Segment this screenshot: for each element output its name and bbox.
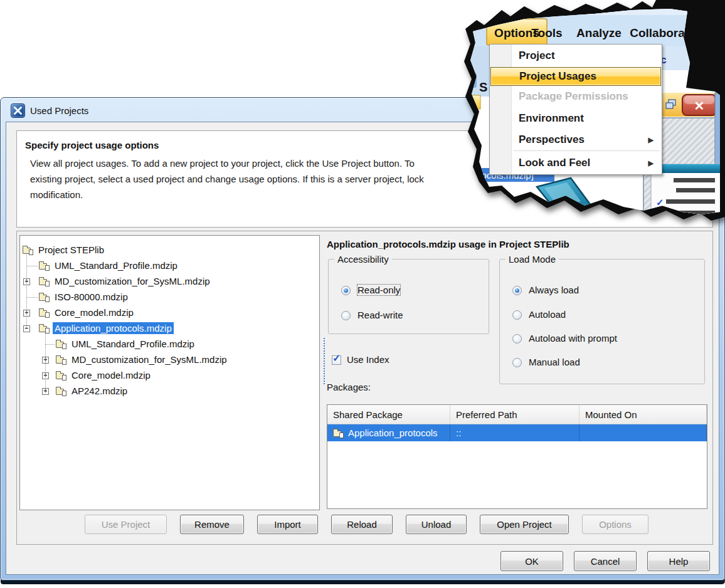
tree-expander-collapsed[interactable]: + (23, 278, 30, 285)
close-icon[interactable]: ✕ (694, 99, 705, 113)
tree-row: +MD_customization_for_SysML.mdzip (20, 352, 319, 368)
panel-focus-dots (324, 338, 325, 384)
window-title: Used Projects (30, 105, 88, 116)
used-projects-tree: Project STEPlibUML_Standard_Profile.mdzi… (20, 236, 319, 399)
package-icon (39, 276, 50, 286)
tree-item-application-protocols-mdzip[interactable]: Application_protocols.mdzip (53, 322, 174, 334)
radio-manual-load[interactable] (512, 358, 522, 367)
radio-autoload[interactable] (512, 310, 522, 320)
submenu-arrow-icon: ▶ (648, 136, 654, 144)
menu-item-perspectives[interactable]: Perspectives▶ (490, 130, 661, 149)
package-icon (56, 386, 67, 396)
menu-separator (514, 150, 660, 151)
menubar-item-collaborate[interactable]: Collabora (630, 26, 685, 39)
package-icon (333, 428, 344, 438)
menu-item-environment[interactable]: Environment (490, 109, 661, 128)
splash-text-line (676, 188, 715, 192)
load-mode-group-label: Load Mode (505, 254, 559, 265)
menu-item-project[interactable]: Project (490, 46, 661, 65)
ok-button[interactable]: OK (500, 551, 563, 571)
packages-label: Packages: (327, 382, 371, 392)
tree-item-project-steplib[interactable]: Project STEPlib (36, 244, 106, 256)
package-icon (56, 355, 67, 365)
main-content-panel: Project STEPlibUML_Standard_Profile.mdzi… (16, 231, 713, 545)
cancel-button[interactable]: Cancel (574, 551, 637, 571)
open-project-button[interactable]: Open Project (480, 515, 569, 534)
icon-dot (467, 76, 470, 80)
tree-item-uml-standard-profile-mdzip[interactable]: UML_Standard_Profile.mdzip (70, 338, 196, 350)
radio-label-manual-load[interactable]: Manual load (529, 357, 580, 367)
tree-item-core-model-mdzip[interactable]: Core_model.mdzip (53, 307, 135, 318)
unload-button[interactable]: Unload (406, 515, 467, 534)
use-project-button: Use Project (85, 515, 167, 534)
tree-row: +AP242.mdzip (20, 384, 319, 399)
package-icon (23, 245, 34, 255)
menu-item-look-and-feel[interactable]: Look and Feel▶ (490, 154, 661, 172)
package-icon (56, 339, 67, 349)
radio-label-read-write[interactable]: Read-write (357, 310, 403, 320)
tree-row: +Core_model.mdzip (20, 305, 319, 321)
use-index-checkbox[interactable]: ✓ (332, 355, 341, 365)
usage-section-title: Application_protocols.mdzip usage in Pro… (327, 239, 569, 249)
tree-item-uml-standard-profile-mdzip[interactable]: UML_Standard_Profile.mdzip (53, 260, 179, 271)
tree-item-core-model-mdzip[interactable]: Core_model.mdzip (70, 369, 152, 381)
splash-text-line (674, 178, 715, 182)
remove-button[interactable]: Remove (180, 515, 244, 534)
column-header-preferred-path[interactable]: Preferred Path (450, 405, 579, 424)
tree-row: UML_Standard_Profile.mdzip (20, 258, 319, 274)
tree-row: −Application_protocols.mdzip (20, 321, 319, 337)
load-mode-groupbox: Load Mode Always loadAutoloadAutoload wi… (499, 259, 705, 384)
tree-row: Project STEPlib (20, 243, 319, 258)
tree-expander-collapsed[interactable]: + (42, 357, 49, 364)
menu-item-label: Environment (519, 112, 584, 125)
cell-preferred_path: :: (450, 424, 579, 441)
cell-mounted_on (579, 424, 707, 441)
package-icon (39, 308, 50, 318)
radio-read-only[interactable] (341, 286, 351, 295)
menu-item-project-usages[interactable]: Project Usages (490, 67, 661, 86)
menu-item-label: Project (519, 50, 555, 62)
packages-table-body: Application_protocols:: (327, 424, 707, 441)
radio-label-always-load[interactable]: Always load (529, 285, 579, 295)
help-button[interactable]: Help (647, 551, 710, 571)
reload-button[interactable]: Reload (331, 515, 393, 534)
menubar-item-tools[interactable]: Tools (531, 26, 562, 39)
used-projects-tree-panel: Project STEPlibUML_Standard_Profile.mdzi… (19, 235, 320, 510)
radio-label-autoload[interactable]: Autoload (529, 309, 566, 320)
screenshot-stage: Used Projects Specify project usage opti… (0, 0, 725, 588)
tree-expander-collapsed[interactable]: + (42, 388, 49, 395)
column-header-shared-package[interactable]: Shared Package (327, 405, 450, 424)
tree-expander-expanded[interactable]: − (23, 325, 30, 332)
radio-always-load[interactable] (512, 286, 522, 295)
cell-shared_package: Application_protocols (327, 424, 450, 441)
package-icon (39, 323, 50, 333)
accessibility-group-label: Accessibility (334, 254, 392, 265)
tree-item-md-customization-for-sysml-mdzip[interactable]: MD_customization_for_SysML.mdzip (53, 275, 212, 287)
tree-row: +MD_customization_for_SysML.mdzip (20, 274, 319, 290)
radio-read-write[interactable] (341, 311, 351, 320)
cell-text: Application_protocols (348, 428, 438, 438)
tree-expander-collapsed[interactable]: + (23, 310, 30, 317)
column-header-mounted-on[interactable]: Mounted On (579, 405, 707, 424)
import-button[interactable]: Import (257, 515, 318, 534)
radio-autoload-with-prompt[interactable] (512, 334, 522, 344)
menu-item-label: Perspectives (519, 134, 585, 146)
tree-item-md-customization-for-sysml-mdzip[interactable]: MD_customization_for_SysML.mdzip (70, 354, 229, 365)
restore-icon[interactable] (666, 103, 673, 108)
tree-item-iso-80000-mdzip[interactable]: ISO-80000.mdzip (53, 291, 130, 303)
icon-dot (467, 82, 470, 85)
magicdraw-app-icon (11, 103, 25, 118)
tree-row: ISO-80000.mdzip (20, 290, 319, 305)
submenu-arrow-icon: ▶ (648, 159, 654, 167)
tree-expander-collapsed[interactable]: + (42, 372, 49, 379)
tree-item-ap242-mdzip[interactable]: AP242.mdzip (70, 385, 129, 397)
menubar-item-analyze[interactable]: Analyze (576, 26, 622, 39)
radio-label-autoload-with-prompt[interactable]: Autoload with prompt (529, 333, 617, 344)
radio-label-read-only[interactable]: Read-only (357, 285, 400, 295)
packages-table-header: Shared PackagePreferred PathMounted On (327, 405, 707, 424)
use-index-label: Use Index (347, 354, 389, 365)
menu-item-label: Project Usages (519, 70, 596, 83)
dialog-buttons: OKCancelHelp (6, 551, 719, 571)
tree-row: +Core_model.mdzip (20, 368, 319, 384)
table-row[interactable]: Application_protocols:: (327, 424, 707, 441)
